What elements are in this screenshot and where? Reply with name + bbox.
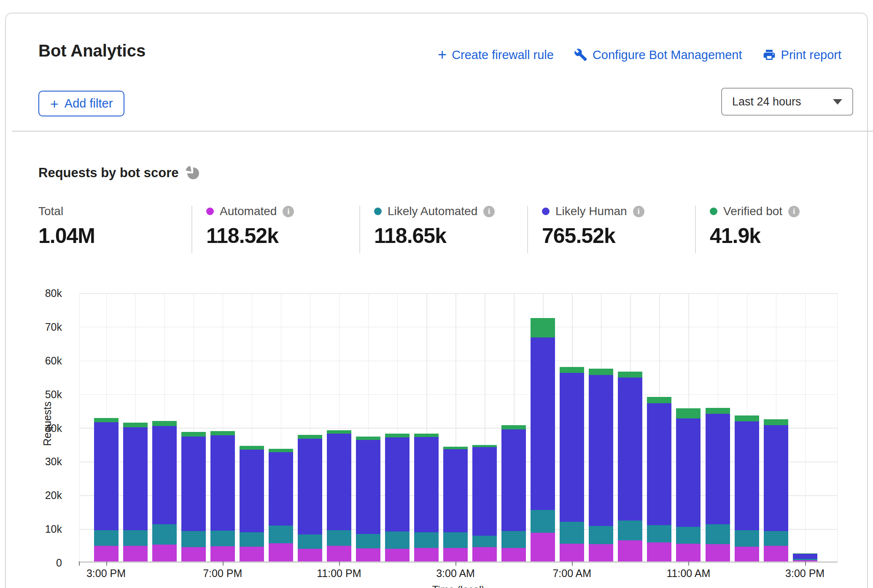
bar-segment-likely-automated xyxy=(676,527,701,544)
wrench-icon xyxy=(574,48,587,62)
stat-label: Total xyxy=(38,205,63,218)
stacked-bar[interactable] xyxy=(298,435,322,561)
bar-segment-likely-human xyxy=(735,421,759,530)
bar-segment-likely-human xyxy=(531,337,555,510)
print-report-link[interactable]: Print report xyxy=(763,48,841,62)
stacked-bar[interactable] xyxy=(123,423,148,561)
bar-segment-verified-bot xyxy=(560,367,584,373)
stat-verified-bot: Verified boti41.9k xyxy=(710,204,862,248)
bar-segment-automated xyxy=(123,546,148,561)
print-report-label: Print report xyxy=(781,48,841,62)
bar-segment-automated xyxy=(181,547,206,561)
stacked-bar[interactable] xyxy=(414,434,439,561)
legend-dot xyxy=(374,208,382,215)
bar-segment-verified-bot xyxy=(735,415,759,421)
bar-segment-likely-human xyxy=(618,378,642,521)
bar-segment-likely-human xyxy=(647,403,671,525)
info-icon[interactable]: i xyxy=(483,206,495,217)
configure-bot-management-link[interactable]: Configure Bot Management xyxy=(574,48,742,62)
stacked-bar[interactable] xyxy=(706,408,730,561)
bar-segment-automated xyxy=(269,543,293,561)
bar-segment-verified-bot xyxy=(706,408,730,414)
bar-segment-likely-human xyxy=(501,429,526,531)
stacked-bar[interactable] xyxy=(269,449,293,561)
pie-chart-icon xyxy=(186,166,199,180)
stat-divider xyxy=(695,206,696,253)
bar-segment-likely-automated xyxy=(560,522,584,544)
time-range-select[interactable]: Last 24 hours xyxy=(721,88,853,116)
stacked-bar[interactable] xyxy=(560,367,584,561)
stacked-bar[interactable] xyxy=(327,430,351,561)
bar-segment-verified-bot xyxy=(94,418,119,422)
bar-segment-likely-human xyxy=(676,418,701,527)
page-title: Bot Analytics xyxy=(38,41,146,60)
create-firewall-rule-link[interactable]: + Create firewall rule xyxy=(438,47,554,62)
bar-segment-verified-bot xyxy=(181,432,206,436)
y-tick-label: 80k xyxy=(6,287,62,299)
add-filter-button[interactable]: + Add filter xyxy=(38,91,124,116)
bar-segment-verified-bot xyxy=(123,423,148,427)
bar-slot: 7:00 AM xyxy=(558,293,587,561)
legend-dot xyxy=(710,208,717,215)
stacked-bar[interactable] xyxy=(94,418,119,561)
stacked-bar[interactable] xyxy=(501,425,526,561)
bar-segment-automated xyxy=(356,548,380,561)
y-tick-label: 70k xyxy=(6,321,62,333)
bar-slot xyxy=(121,293,150,561)
bar-segment-likely-automated xyxy=(327,530,351,546)
stacked-bar[interactable] xyxy=(676,408,701,561)
stat-divider xyxy=(359,206,360,253)
stacked-bar[interactable] xyxy=(793,553,817,561)
section-title: Requests by bot score xyxy=(38,165,178,181)
bar-segment-likely-human xyxy=(298,439,322,535)
stacked-bar[interactable] xyxy=(764,419,788,561)
stacked-bar[interactable] xyxy=(443,447,468,561)
stacked-bar[interactable] xyxy=(735,415,759,561)
info-icon[interactable]: i xyxy=(283,206,294,217)
stacked-bar[interactable] xyxy=(531,318,555,561)
stacked-bar[interactable] xyxy=(152,421,177,561)
y-tick-label: 30k xyxy=(6,455,62,468)
stacked-bar[interactable] xyxy=(472,445,497,561)
stat-label: Likely Automated xyxy=(388,205,477,218)
bar-slot xyxy=(179,293,208,561)
x-tick-mark xyxy=(572,561,573,566)
bar-segment-automated xyxy=(618,540,642,561)
bar-segment-verified-bot xyxy=(647,397,671,403)
bar-segment-automated xyxy=(210,546,235,561)
stat-value: 118.65k xyxy=(374,224,526,248)
time-range-value: Last 24 hours xyxy=(732,95,801,108)
stacked-bar[interactable] xyxy=(210,431,235,561)
bar-segment-likely-automated xyxy=(210,531,235,547)
y-axis-title: Requests xyxy=(41,386,54,462)
header-actions: + Create firewall rule Configure Bot Man… xyxy=(438,47,841,62)
bar-segment-likely-automated xyxy=(647,525,671,543)
requests-by-bot-score-chart: 3:00 PM7:00 PM11:00 PM3:00 AM7:00 AM11:0… xyxy=(79,293,838,563)
stacked-bar[interactable] xyxy=(589,369,613,561)
stacked-bar[interactable] xyxy=(240,446,264,561)
x-tick-mark xyxy=(339,561,340,566)
stacked-bar[interactable] xyxy=(181,432,206,561)
stat-value: 1.04M xyxy=(38,224,190,248)
stat-total: Total1.04M xyxy=(38,204,190,248)
stacked-bar[interactable] xyxy=(356,437,380,561)
stat-label: Verified bot xyxy=(723,205,782,218)
bar-segment-verified-bot xyxy=(210,431,235,435)
stacked-bar[interactable] xyxy=(385,434,410,561)
bar-segment-verified-bot xyxy=(327,430,351,434)
section-title-row: Requests by bot score xyxy=(38,165,199,181)
stacked-bar[interactable] xyxy=(647,397,671,561)
x-tick-label: 3:00 PM xyxy=(86,567,126,580)
info-icon[interactable]: i xyxy=(788,206,800,217)
bar-slot xyxy=(383,293,412,561)
stacked-bar[interactable] xyxy=(618,372,642,561)
bar-segment-verified-bot xyxy=(501,425,526,429)
bar-slot xyxy=(761,293,790,561)
bar-slot xyxy=(150,293,179,561)
bar-segment-likely-automated xyxy=(589,526,613,544)
info-icon[interactable]: i xyxy=(633,206,644,217)
bar-slot xyxy=(353,293,383,561)
bar-slot: 11:00 PM xyxy=(324,293,353,561)
bar-slot xyxy=(237,293,266,561)
bar-segment-likely-human xyxy=(327,434,351,530)
